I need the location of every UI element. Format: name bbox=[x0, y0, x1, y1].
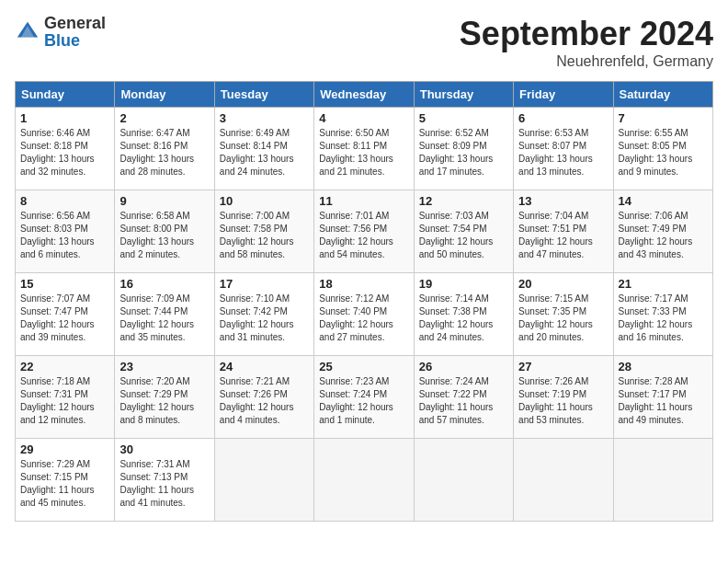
day-number: 3 bbox=[220, 111, 309, 125]
day-info: Sunrise: 7:10 AMSunset: 7:42 PMDaylight:… bbox=[220, 293, 309, 344]
day-info: Sunrise: 7:31 AMSunset: 7:13 PMDaylight:… bbox=[119, 458, 209, 510]
day-info: Sunrise: 7:01 AMSunset: 7:56 PMDaylight:… bbox=[319, 210, 408, 261]
calendar-cell: 13Sunrise: 7:04 AMSunset: 7:51 PMDayligh… bbox=[514, 190, 613, 273]
calendar-cell bbox=[314, 439, 414, 522]
day-number: 4 bbox=[319, 111, 408, 125]
calendar-cell: 29Sunrise: 7:29 AMSunset: 7:15 PMDayligh… bbox=[16, 439, 115, 522]
calendar-row: 22Sunrise: 7:18 AMSunset: 7:31 PMDayligh… bbox=[16, 356, 713, 439]
day-info: Sunrise: 7:23 AMSunset: 7:24 PMDaylight:… bbox=[319, 375, 408, 427]
calendar-cell: 12Sunrise: 7:03 AMSunset: 7:54 PMDayligh… bbox=[414, 190, 513, 273]
day-number: 28 bbox=[619, 360, 708, 373]
day-number: 25 bbox=[319, 360, 408, 373]
calendar-cell: 17Sunrise: 7:10 AMSunset: 7:42 PMDayligh… bbox=[214, 273, 313, 356]
day-number: 9 bbox=[119, 194, 209, 208]
day-number: 21 bbox=[619, 277, 708, 291]
calendar-cell: 21Sunrise: 7:17 AMSunset: 7:33 PMDayligh… bbox=[613, 273, 712, 356]
day-number: 10 bbox=[220, 194, 309, 208]
calendar-cell: 1Sunrise: 6:46 AMSunset: 8:18 PMDaylight… bbox=[16, 108, 115, 190]
calendar-cell: 8Sunrise: 6:56 AMSunset: 8:03 PMDaylight… bbox=[16, 190, 115, 273]
day-number: 13 bbox=[518, 194, 608, 208]
calendar-cell bbox=[414, 439, 513, 522]
day-info: Sunrise: 6:49 AMSunset: 8:14 PMDaylight:… bbox=[220, 127, 309, 178]
calendar-cell: 6Sunrise: 6:53 AMSunset: 8:07 PMDaylight… bbox=[514, 108, 613, 190]
calendar-row: 8Sunrise: 6:56 AMSunset: 8:03 PMDaylight… bbox=[16, 190, 713, 273]
day-number: 27 bbox=[518, 360, 608, 373]
day-info: Sunrise: 6:52 AMSunset: 8:09 PMDaylight:… bbox=[419, 127, 508, 178]
calendar-cell: 26Sunrise: 7:24 AMSunset: 7:22 PMDayligh… bbox=[414, 356, 513, 439]
day-number: 19 bbox=[419, 277, 508, 291]
day-number: 16 bbox=[119, 277, 209, 291]
day-number: 18 bbox=[319, 277, 408, 291]
day-number: 24 bbox=[220, 360, 309, 373]
title-block: September 2024 Neuehrenfeld, Germany bbox=[460, 15, 713, 70]
day-number: 26 bbox=[419, 360, 508, 373]
calendar-cell bbox=[613, 439, 712, 522]
col-saturday: Saturday bbox=[613, 82, 712, 108]
calendar-cell: 20Sunrise: 7:15 AMSunset: 7:35 PMDayligh… bbox=[514, 273, 613, 356]
logo: General Blue bbox=[15, 15, 106, 50]
day-number: 1 bbox=[20, 111, 109, 125]
calendar-cell: 22Sunrise: 7:18 AMSunset: 7:31 PMDayligh… bbox=[16, 356, 115, 439]
calendar-cell: 9Sunrise: 6:58 AMSunset: 8:00 PMDaylight… bbox=[115, 190, 214, 273]
day-info: Sunrise: 7:04 AMSunset: 7:51 PMDaylight:… bbox=[518, 210, 608, 261]
calendar-cell: 28Sunrise: 7:28 AMSunset: 7:17 PMDayligh… bbox=[613, 356, 712, 439]
calendar-cell: 4Sunrise: 6:50 AMSunset: 8:11 PMDaylight… bbox=[314, 108, 414, 190]
day-number: 20 bbox=[518, 277, 608, 291]
day-number: 22 bbox=[20, 360, 109, 373]
day-number: 11 bbox=[319, 194, 408, 208]
day-info: Sunrise: 7:15 AMSunset: 7:35 PMDaylight:… bbox=[518, 293, 608, 344]
calendar-cell: 27Sunrise: 7:26 AMSunset: 7:19 PMDayligh… bbox=[514, 356, 613, 439]
day-info: Sunrise: 7:29 AMSunset: 7:15 PMDaylight:… bbox=[20, 458, 109, 510]
day-info: Sunrise: 6:56 AMSunset: 8:03 PMDaylight:… bbox=[20, 210, 109, 261]
day-info: Sunrise: 7:06 AMSunset: 7:49 PMDaylight:… bbox=[619, 210, 708, 261]
day-info: Sunrise: 7:24 AMSunset: 7:22 PMDaylight:… bbox=[419, 375, 508, 427]
day-info: Sunrise: 7:14 AMSunset: 7:38 PMDaylight:… bbox=[419, 293, 508, 344]
day-info: Sunrise: 6:50 AMSunset: 8:11 PMDaylight:… bbox=[319, 127, 408, 178]
calendar-cell: 3Sunrise: 6:49 AMSunset: 8:14 PMDaylight… bbox=[214, 108, 313, 190]
col-wednesday: Wednesday bbox=[314, 82, 414, 108]
day-info: Sunrise: 6:47 AMSunset: 8:16 PMDaylight:… bbox=[119, 127, 209, 178]
day-info: Sunrise: 7:09 AMSunset: 7:44 PMDaylight:… bbox=[119, 293, 209, 344]
day-info: Sunrise: 6:55 AMSunset: 8:05 PMDaylight:… bbox=[619, 127, 708, 178]
day-info: Sunrise: 6:46 AMSunset: 8:18 PMDaylight:… bbox=[20, 127, 109, 178]
day-number: 23 bbox=[119, 360, 209, 373]
calendar-cell: 25Sunrise: 7:23 AMSunset: 7:24 PMDayligh… bbox=[314, 356, 414, 439]
calendar-cell: 2Sunrise: 6:47 AMSunset: 8:16 PMDaylight… bbox=[115, 108, 214, 190]
calendar-row: 15Sunrise: 7:07 AMSunset: 7:47 PMDayligh… bbox=[16, 273, 713, 356]
calendar-cell: 10Sunrise: 7:00 AMSunset: 7:58 PMDayligh… bbox=[214, 190, 313, 273]
calendar-row: 29Sunrise: 7:29 AMSunset: 7:15 PMDayligh… bbox=[16, 439, 713, 522]
day-number: 15 bbox=[20, 277, 109, 291]
day-number: 7 bbox=[619, 111, 708, 125]
day-number: 5 bbox=[419, 111, 508, 125]
day-info: Sunrise: 7:18 AMSunset: 7:31 PMDaylight:… bbox=[20, 375, 109, 427]
calendar-cell: 7Sunrise: 6:55 AMSunset: 8:05 PMDaylight… bbox=[613, 108, 712, 190]
logo-blue-text: Blue bbox=[44, 31, 80, 50]
header-row: Sunday Monday Tuesday Wednesday Thursday… bbox=[16, 82, 713, 108]
col-sunday: Sunday bbox=[16, 82, 115, 108]
day-number: 29 bbox=[20, 442, 109, 456]
calendar-cell: 5Sunrise: 6:52 AMSunset: 8:09 PMDaylight… bbox=[414, 108, 513, 190]
calendar-row: 1Sunrise: 6:46 AMSunset: 8:18 PMDaylight… bbox=[16, 108, 713, 190]
day-info: Sunrise: 7:20 AMSunset: 7:29 PMDaylight:… bbox=[119, 375, 209, 427]
location-title: Neuehrenfeld, Germany bbox=[460, 53, 713, 70]
col-friday: Friday bbox=[514, 82, 613, 108]
day-number: 17 bbox=[220, 277, 309, 291]
col-monday: Monday bbox=[115, 82, 214, 108]
day-number: 8 bbox=[20, 194, 109, 208]
col-tuesday: Tuesday bbox=[214, 82, 313, 108]
day-info: Sunrise: 7:03 AMSunset: 7:54 PMDaylight:… bbox=[419, 210, 508, 261]
day-info: Sunrise: 7:26 AMSunset: 7:19 PMDaylight:… bbox=[518, 375, 608, 427]
calendar-cell: 30Sunrise: 7:31 AMSunset: 7:13 PMDayligh… bbox=[115, 439, 214, 522]
calendar-cell: 19Sunrise: 7:14 AMSunset: 7:38 PMDayligh… bbox=[414, 273, 513, 356]
calendar-cell: 24Sunrise: 7:21 AMSunset: 7:26 PMDayligh… bbox=[214, 356, 313, 439]
day-number: 2 bbox=[119, 111, 209, 125]
day-number: 6 bbox=[518, 111, 608, 125]
month-title: September 2024 bbox=[460, 15, 713, 53]
day-info: Sunrise: 6:58 AMSunset: 8:00 PMDaylight:… bbox=[119, 210, 209, 261]
day-number: 12 bbox=[419, 194, 508, 208]
calendar-cell: 15Sunrise: 7:07 AMSunset: 7:47 PMDayligh… bbox=[16, 273, 115, 356]
day-info: Sunrise: 7:12 AMSunset: 7:40 PMDaylight:… bbox=[319, 293, 408, 344]
page-header: General Blue September 2024 Neuehrenfeld… bbox=[15, 15, 713, 70]
calendar-cell bbox=[214, 439, 313, 522]
day-info: Sunrise: 7:00 AMSunset: 7:58 PMDaylight:… bbox=[220, 210, 309, 261]
